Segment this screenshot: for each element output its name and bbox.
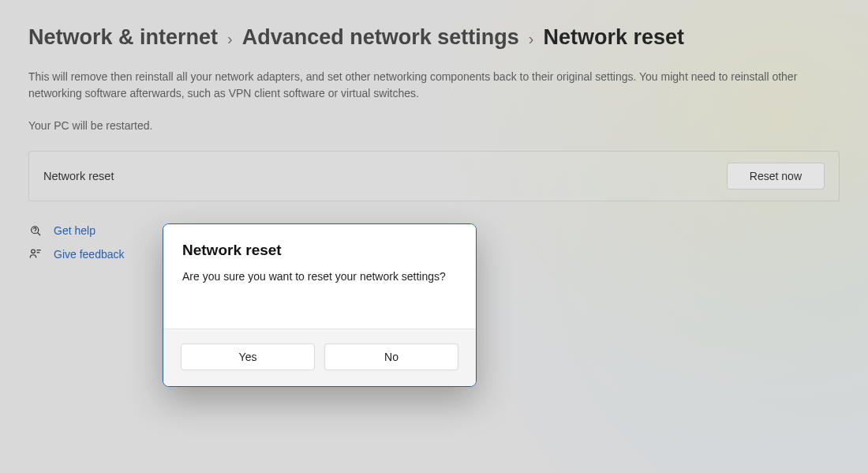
restart-note: Your PC will be restarted.: [28, 119, 840, 132]
chevron-right-icon: ›: [526, 30, 537, 48]
chevron-right-icon: ›: [224, 30, 236, 48]
dialog-message: Are you sure you want to reset your netw…: [182, 270, 457, 283]
no-button[interactable]: No: [324, 343, 458, 370]
dialog-body: Network reset Are you sure you want to r…: [163, 224, 476, 328]
get-help-link[interactable]: Get help: [54, 224, 95, 237]
confirm-dialog: Network reset Are you sure you want to r…: [163, 223, 477, 387]
network-reset-label: Network reset: [43, 170, 114, 182]
give-feedback-link[interactable]: Give feedback: [54, 248, 125, 261]
breadcrumb-network-internet[interactable]: Network & internet: [28, 25, 218, 50]
page-description: This will remove then reinstall all your…: [28, 69, 833, 102]
breadcrumb-current: Network reset: [543, 25, 684, 50]
breadcrumb-advanced-network-settings[interactable]: Advanced network settings: [242, 25, 519, 50]
feedback-icon: [28, 247, 43, 261]
yes-button[interactable]: Yes: [181, 343, 315, 370]
help-icon: [28, 223, 43, 238]
svg-point-1: [35, 232, 36, 233]
settings-page: Network & internet › Advanced network se…: [0, 0, 868, 261]
network-reset-card: Network reset Reset now: [28, 151, 840, 201]
breadcrumb: Network & internet › Advanced network se…: [28, 25, 840, 50]
svg-line-2: [38, 233, 40, 235]
reset-now-button[interactable]: Reset now: [727, 163, 825, 190]
dialog-title: Network reset: [182, 242, 457, 259]
svg-point-3: [32, 250, 36, 253]
dialog-footer: Yes No: [163, 328, 476, 386]
